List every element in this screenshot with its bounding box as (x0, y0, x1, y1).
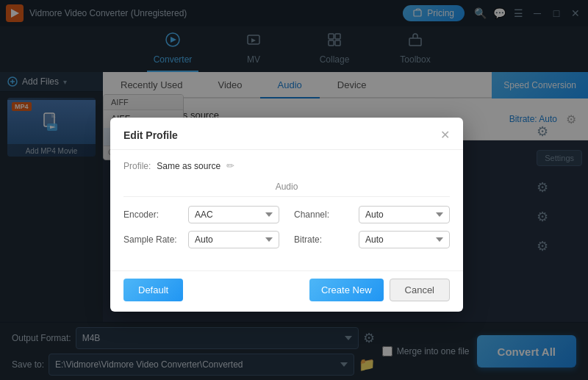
edit-profile-modal: Edit Profile ✕ Profile: Same as source ✏… (110, 118, 463, 312)
modal-footer: Default Create New Cancel (110, 270, 463, 312)
channel-field: Channel: Auto Mono Stereo (294, 206, 450, 223)
bitrate-select[interactable]: Auto 128k 192k 256k 320k (359, 231, 450, 248)
profile-edit-icon[interactable]: ✏ (226, 160, 234, 171)
channel-label: Channel: (294, 209, 353, 220)
sample-rate-field: Sample Rate: Auto 44100 48000 22050 (123, 231, 279, 248)
sample-rate-label: Sample Rate: (123, 234, 182, 245)
default-button[interactable]: Default (123, 279, 183, 301)
modal-close-button[interactable]: ✕ (440, 128, 450, 142)
profile-label: Profile: (123, 161, 151, 171)
modal-grid: Encoder: AAC MP3 AC3 WMA Channel: Auto M… (123, 206, 450, 248)
encoder-select[interactable]: AAC MP3 AC3 WMA (188, 206, 279, 223)
bitrate-modal-label: Bitrate: (294, 234, 353, 245)
cancel-button[interactable]: Cancel (390, 279, 450, 301)
bitrate-field: Bitrate: Auto 128k 192k 256k 320k (294, 231, 450, 248)
encoder-label: Encoder: (123, 209, 182, 220)
channel-select[interactable]: Auto Mono Stereo (359, 206, 450, 223)
modal-body: Profile: Same as source ✏ Audio Encoder:… (110, 150, 463, 270)
encoder-field: Encoder: AAC MP3 AC3 WMA (123, 206, 279, 223)
sample-rate-select[interactable]: Auto 44100 48000 22050 (188, 231, 279, 248)
profile-row: Profile: Same as source ✏ (123, 160, 450, 171)
modal-title: Edit Profile (123, 129, 178, 141)
modal-header: Edit Profile ✕ (110, 118, 463, 150)
profile-value: Same as source (157, 161, 220, 171)
create-new-button[interactable]: Create New (309, 279, 384, 301)
modal-section-title: Audio (123, 182, 450, 197)
